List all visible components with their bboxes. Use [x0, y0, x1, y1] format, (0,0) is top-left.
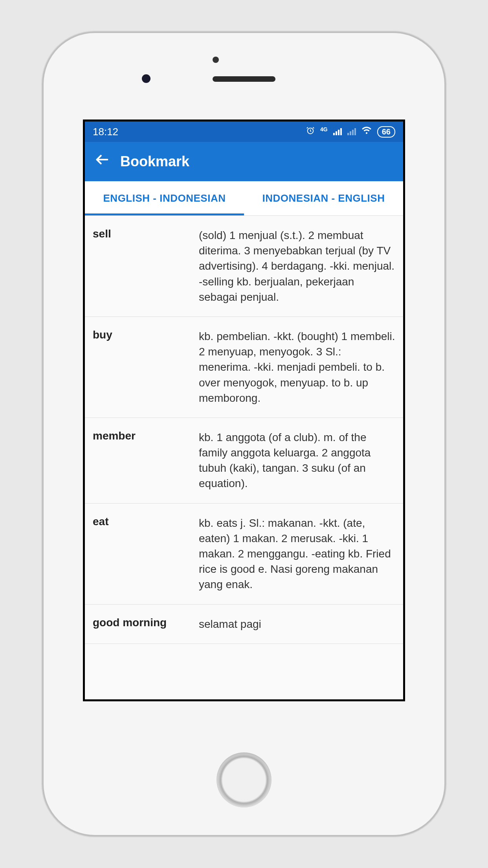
alarm-icon — [306, 126, 315, 137]
entry-word: member — [93, 430, 191, 491]
tab-indonesian-english[interactable]: INDONESIAN - ENGLISH — [244, 181, 403, 215]
entry-definition: kb. eats j. Sl.: makanan. -kkt. (ate, ea… — [199, 515, 395, 592]
page-title: Bookmark — [120, 153, 189, 170]
entry-word: buy — [93, 329, 191, 406]
phone-frame: 18:12 4G — [44, 33, 444, 835]
tab-label: INDONESIAN - ENGLISH — [262, 192, 385, 204]
network-type: 4G — [320, 126, 328, 132]
entry-definition: kb. pembelian. -kkt. (bought) 1 membeli.… — [199, 329, 395, 406]
phone-sensor — [213, 57, 219, 63]
wifi-icon — [361, 126, 372, 137]
status-bar: 18:12 4G — [85, 121, 403, 142]
signal-icon-2 — [347, 128, 356, 135]
entry-definition: kb. 1 anggota (of a club). m. of the fam… — [199, 430, 395, 491]
entry-definition: (sold) 1 menjual (s.t.). 2 membuat diter… — [199, 228, 395, 305]
status-time: 18:12 — [93, 126, 118, 138]
phone-camera — [142, 74, 150, 83]
list-item[interactable]: buykb. pembelian. -kkt. (bought) 1 membe… — [85, 317, 403, 418]
status-icons: 4G 66 — [306, 126, 395, 138]
back-arrow-icon[interactable] — [94, 152, 110, 171]
bookmark-list[interactable]: sell(sold) 1 menjual (s.t.). 2 membuat d… — [85, 216, 403, 699]
tab-label: ENGLISH - INDONESIAN — [103, 192, 226, 204]
list-item[interactable]: good morningselamat pagi — [85, 605, 403, 644]
app-bar: Bookmark — [85, 142, 403, 181]
tabs: ENGLISH - INDONESIAN INDONESIAN - ENGLIS… — [85, 181, 403, 216]
home-button[interactable] — [216, 752, 272, 807]
entry-word: good morning — [93, 616, 191, 632]
entry-definition: selamat pagi — [199, 616, 395, 632]
screen: 18:12 4G — [83, 120, 405, 701]
list-item[interactable]: eatkb. eats j. Sl.: makanan. -kkt. (ate,… — [85, 504, 403, 605]
entry-word: eat — [93, 515, 191, 592]
tab-english-indonesian[interactable]: ENGLISH - INDONESIAN — [85, 181, 244, 215]
entry-word: sell — [93, 228, 191, 305]
list-item[interactable]: memberkb. 1 anggota (of a club). m. of t… — [85, 418, 403, 504]
battery-indicator: 66 — [377, 126, 395, 138]
phone-speaker — [213, 76, 275, 82]
list-item[interactable]: sell(sold) 1 menjual (s.t.). 2 membuat d… — [85, 216, 403, 317]
signal-icon — [333, 128, 342, 135]
